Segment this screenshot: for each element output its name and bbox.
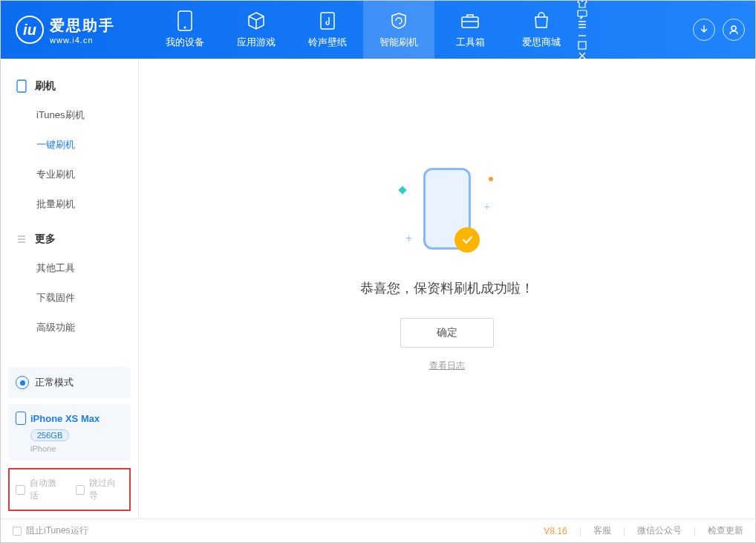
- maximize-button[interactable]: [577, 40, 587, 51]
- nav-apps[interactable]: 应用游戏: [221, 1, 292, 59]
- device-type: iPhone: [30, 444, 123, 453]
- nav-toolbox[interactable]: 工具箱: [434, 1, 506, 59]
- app-name: 爱思助手: [50, 16, 115, 36]
- svg-point-6: [731, 26, 736, 30]
- music-file-icon: [317, 10, 338, 31]
- options-highlight: 自动激活 跳过向导: [8, 468, 131, 511]
- success-message: 恭喜您，保资料刷机成功啦！: [360, 279, 534, 297]
- bag-icon: [531, 10, 552, 31]
- nav-flash[interactable]: 智能刷机: [363, 1, 434, 59]
- success-illustration: ++: [403, 168, 492, 257]
- download-manager-button[interactable]: [693, 19, 715, 41]
- device-icon: [175, 10, 195, 31]
- account-button[interactable]: [723, 19, 745, 41]
- sidebar-item-pro-flash[interactable]: 专业刷机: [1, 160, 138, 189]
- view-log-link[interactable]: 查看日志: [429, 360, 465, 372]
- app-logo: iu 爱思助手 www.i4.cn: [1, 16, 149, 45]
- nav-my-device[interactable]: 我的设备: [149, 1, 221, 59]
- svg-rect-2: [321, 13, 334, 29]
- svg-point-1: [184, 27, 186, 29]
- app-header: iu 爱思助手 www.i4.cn 我的设备 应用游戏 铃声壁纸 智能刷机 工具…: [1, 1, 755, 59]
- check-icon: [454, 227, 480, 253]
- mode-indicator-icon: [16, 376, 29, 389]
- device-capacity: 256GB: [30, 429, 69, 441]
- phone-outline-icon: [16, 80, 27, 92]
- sidebar-item-onekey-flash[interactable]: 一键刷机: [1, 130, 138, 160]
- sidebar-item-batch-flash[interactable]: 批量刷机: [1, 189, 138, 219]
- app-site: www.i4.cn: [50, 36, 115, 45]
- status-bar: 阻止iTunes运行 V8.16 | 客服 | 微信公众号 | 检查更新: [1, 518, 755, 542]
- sidebar-group-more: 更多: [1, 225, 138, 253]
- nav-store[interactable]: 爱思商城: [506, 1, 577, 59]
- svg-rect-3: [462, 17, 478, 27]
- skin-icon[interactable]: [577, 0, 587, 9]
- nav-ringtones[interactable]: 铃声壁纸: [292, 1, 363, 59]
- support-link[interactable]: 客服: [593, 524, 611, 537]
- menu-icon[interactable]: [577, 19, 587, 30]
- phone-icon: [16, 412, 26, 425]
- version-label: V8.16: [544, 526, 567, 536]
- ok-button[interactable]: 确定: [400, 318, 494, 348]
- minimize-button[interactable]: [577, 30, 587, 40]
- sidebar-item-advanced[interactable]: 高级功能: [1, 313, 138, 342]
- main-content: ++ 恭喜您，保资料刷机成功啦！ 确定 查看日志: [139, 59, 755, 518]
- toolbox-icon: [460, 10, 480, 31]
- sidebar-item-itunes-flash[interactable]: iTunes刷机: [1, 100, 138, 130]
- sidebar-group-flash: 刷机: [1, 72, 138, 100]
- list-icon: [16, 233, 27, 245]
- sidebar: 刷机 iTunes刷机 一键刷机 专业刷机 批量刷机 更多 其他工具 下载固件 …: [1, 59, 139, 518]
- cube-icon: [246, 10, 267, 31]
- window-controls: [577, 0, 587, 61]
- svg-rect-5: [579, 42, 586, 49]
- sidebar-item-other-tools[interactable]: 其他工具: [1, 253, 138, 283]
- block-itunes-checkbox[interactable]: 阻止iTunes运行: [13, 524, 88, 537]
- device-name: iPhone XS Max: [30, 413, 100, 424]
- device-card[interactable]: iPhone XS Max 256GB iPhone: [8, 404, 131, 461]
- main-nav: 我的设备 应用游戏 铃声壁纸 智能刷机 工具箱 爱思商城: [149, 1, 577, 59]
- sidebar-item-download-fw[interactable]: 下载固件: [1, 283, 138, 313]
- svg-rect-7: [17, 80, 26, 92]
- logo-icon: iu: [16, 16, 44, 44]
- refresh-shield-icon: [388, 10, 409, 31]
- wechat-link[interactable]: 微信公众号: [637, 524, 682, 537]
- svg-rect-4: [578, 10, 587, 16]
- check-update-link[interactable]: 检查更新: [708, 524, 743, 537]
- feedback-icon[interactable]: [577, 9, 587, 19]
- device-mode-label: 正常模式: [35, 376, 74, 389]
- auto-activate-checkbox[interactable]: 自动激活: [16, 477, 64, 502]
- device-mode-card[interactable]: 正常模式: [8, 367, 131, 398]
- skip-guide-checkbox[interactable]: 跳过向导: [76, 477, 124, 502]
